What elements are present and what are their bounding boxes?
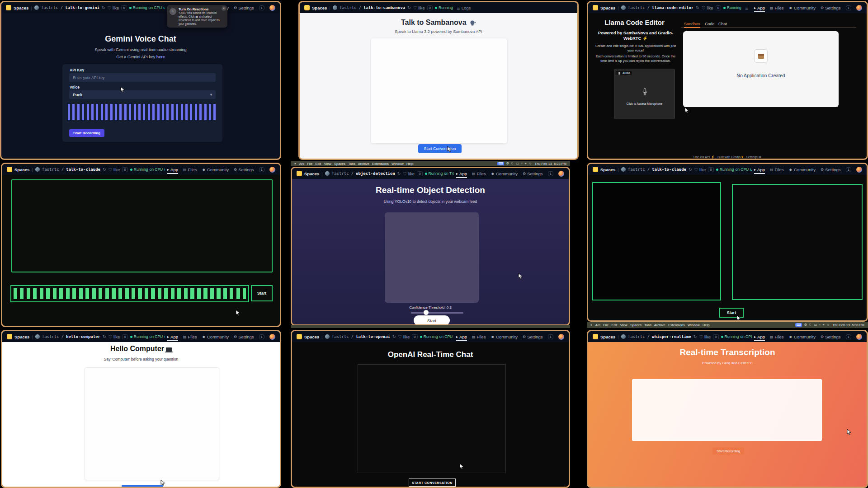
space-name[interactable]: llama-code-editor xyxy=(652,5,693,10)
tab-app[interactable]: ▸App xyxy=(754,4,765,12)
api-key-link[interactable]: here xyxy=(156,55,165,59)
slider-knob[interactable] xyxy=(424,310,429,315)
tab-settings[interactable]: ⚙Settings xyxy=(821,333,841,341)
screen-record-icon[interactable]: ⌨ xyxy=(497,162,504,165)
space-name[interactable]: talk-to-gemini xyxy=(65,5,99,10)
tab-files[interactable]: ▤Files xyxy=(183,165,197,174)
space-name[interactable]: whisper-realtime xyxy=(652,334,691,339)
screen-record-icon[interactable]: ⌨ xyxy=(795,323,802,327)
like-count[interactable]: 0 xyxy=(713,334,718,339)
like-count[interactable]: 0 xyxy=(417,171,422,176)
start-button[interactable]: Start xyxy=(414,315,450,325)
api-key-input[interactable] xyxy=(69,73,216,82)
like-count[interactable]: 0 xyxy=(427,5,433,10)
tab-community[interactable]: ☻Community xyxy=(789,4,816,12)
built-with-gradio-link[interactable]: Built with Gradio xyxy=(717,155,741,159)
spaces-label[interactable]: Spaces xyxy=(304,334,319,339)
like-count[interactable]: 0 xyxy=(708,167,713,172)
like-count[interactable]: 0 xyxy=(122,167,127,172)
use-via-api-link[interactable]: Use via API ⚡ xyxy=(693,155,715,159)
user-badge[interactable]: 1 xyxy=(846,167,851,172)
tab-app[interactable]: ▸App xyxy=(167,333,178,341)
close-icon[interactable]: × xyxy=(222,6,226,11)
tab-community[interactable]: ☻Community xyxy=(202,165,229,174)
menubar-menus[interactable]: Arc File Edit View Spaces Tabs Archive E… xyxy=(299,162,414,166)
user-badge[interactable]: 1 xyxy=(846,334,851,339)
tab-files[interactable]: ▤Files xyxy=(770,165,784,174)
like-button[interactable]: ♡like xyxy=(694,167,706,172)
user-badge[interactable]: 1 xyxy=(259,167,264,172)
like-button[interactable]: ♡like xyxy=(108,5,119,10)
tab-app[interactable]: ▸App xyxy=(456,169,467,178)
like-count[interactable]: 0 xyxy=(716,5,721,10)
tab-app[interactable]: ▸App xyxy=(167,165,178,174)
like-button[interactable]: ♡like xyxy=(108,334,120,339)
tab-files[interactable]: ▤Files xyxy=(770,4,784,12)
user-badge[interactable]: 1 xyxy=(846,5,851,10)
duplicate-space-icon[interactable]: ↻ xyxy=(397,171,401,176)
start-conversation-button[interactable]: Start Conversation xyxy=(418,144,462,153)
start-conversation-button[interactable]: Start Conversation xyxy=(122,485,163,488)
spaces-label[interactable]: Spaces xyxy=(600,5,615,10)
start-button[interactable]: Start xyxy=(251,285,273,301)
tab-settings[interactable]: ⚙Settings xyxy=(523,169,543,178)
voice-select[interactable]: Puck ▾ xyxy=(69,90,216,99)
duplicate-space-icon[interactable]: ↻ xyxy=(103,334,106,339)
start-recording-button[interactable]: Start Recording xyxy=(712,447,744,455)
tab-settings[interactable]: ⚙Settings xyxy=(821,4,841,12)
like-count[interactable]: 0 xyxy=(121,5,127,10)
duplicate-space-icon[interactable]: ↻ xyxy=(696,5,699,10)
user-avatar[interactable] xyxy=(856,5,862,11)
space-org[interactable]: fastrtc xyxy=(340,5,357,10)
status-upgrade[interactable]: UPGRADE xyxy=(163,6,165,10)
like-button[interactable]: ♡like xyxy=(398,334,410,339)
like-button[interactable]: ♡like xyxy=(702,5,713,10)
spaces-label[interactable]: Spaces xyxy=(600,334,615,339)
space-org[interactable]: fastrtc xyxy=(332,334,349,339)
space-name[interactable]: object-detection xyxy=(356,171,395,176)
space-org[interactable]: fastrtc xyxy=(628,5,645,10)
tab-settings[interactable]: ⚙Settings xyxy=(234,4,254,12)
duplicate-space-icon[interactable]: ↻ xyxy=(407,5,411,10)
tab-app[interactable]: ▸App xyxy=(456,333,467,341)
spaces-label[interactable]: Spaces xyxy=(14,167,29,172)
space-name[interactable]: talk-to-claude xyxy=(66,167,100,172)
like-count[interactable]: 0 xyxy=(412,334,417,339)
mic-access-label[interactable]: Click to Access Microphone xyxy=(614,102,675,105)
tab-settings[interactable]: ⚙Settings xyxy=(234,333,254,341)
footer-settings-link[interactable]: Settings ⚙ xyxy=(746,155,761,159)
user-badge[interactable]: 1 xyxy=(259,334,264,339)
user-avatar[interactable] xyxy=(269,167,275,173)
like-button[interactable]: ♡like xyxy=(413,5,425,10)
duplicate-space-icon[interactable]: ↻ xyxy=(102,5,105,10)
spaces-label[interactable]: Spaces xyxy=(14,334,29,339)
tab-files[interactable]: ▤Files xyxy=(472,333,486,341)
space-org[interactable]: fastrtc xyxy=(41,5,58,10)
apple-menu-icon[interactable]: ● xyxy=(294,162,296,165)
duplicate-space-icon[interactable]: ↻ xyxy=(693,334,697,339)
start-recording-button[interactable]: Start Recording xyxy=(69,129,104,137)
tab-settings[interactable]: ⚙Settings xyxy=(523,333,543,341)
logs-button[interactable]: ≣ xyxy=(745,5,750,10)
space-name[interactable]: talk-to-claude xyxy=(652,167,686,172)
tab-sandbox[interactable]: Sandbox xyxy=(684,22,700,28)
like-button[interactable]: ♡like xyxy=(699,334,711,339)
tab-app[interactable]: ▸App xyxy=(754,333,765,341)
user-avatar[interactable] xyxy=(856,167,862,173)
space-name[interactable]: hello-computer xyxy=(66,334,100,339)
menubar-menus[interactable]: Arc File Edit View Spaces Tabs Archive E… xyxy=(595,323,710,327)
user-badge[interactable]: 1 xyxy=(548,334,553,339)
like-button[interactable]: ♡like xyxy=(403,171,415,176)
tab-community[interactable]: ☻Community xyxy=(789,165,816,174)
spaces-label[interactable]: Spaces xyxy=(600,167,615,172)
space-org[interactable]: fastrtc xyxy=(332,171,349,176)
menubar-status-icons[interactable]: ⚙ ☾ ▭ ≈ ⌖ ☺ xyxy=(804,323,830,327)
tab-community[interactable]: ☻Community xyxy=(491,169,518,178)
user-avatar[interactable] xyxy=(558,334,564,340)
user-badge[interactable]: 1 xyxy=(259,5,264,10)
user-avatar[interactable] xyxy=(558,171,564,177)
user-avatar[interactable] xyxy=(269,5,275,11)
user-badge[interactable]: 1 xyxy=(548,171,553,176)
spaces-label[interactable]: Spaces xyxy=(312,5,327,10)
tab-settings[interactable]: ⚙Settings xyxy=(234,165,254,174)
